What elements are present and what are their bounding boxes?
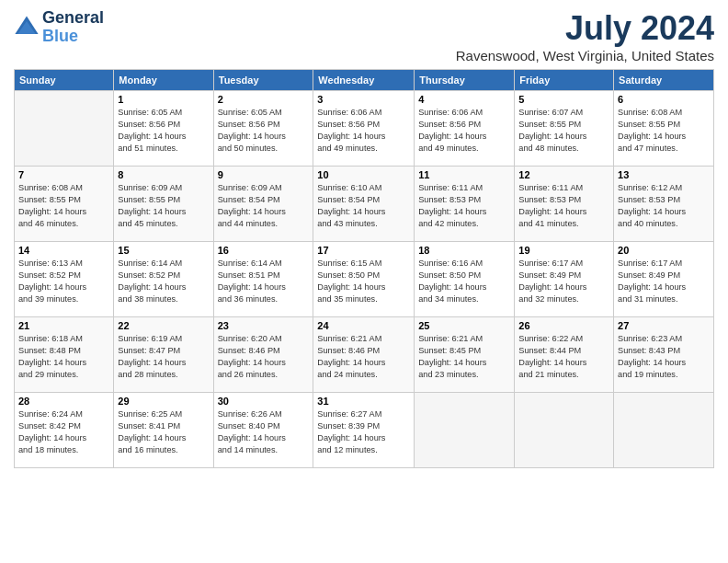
day-info: Sunrise: 6:11 AMSunset: 8:53 PMDaylight:…: [518, 182, 609, 230]
table-row: 10Sunrise: 6:10 AMSunset: 8:54 PMDayligh…: [313, 167, 415, 242]
table-row: 28Sunrise: 6:24 AMSunset: 8:42 PMDayligh…: [15, 393, 114, 468]
logo-line2: Blue: [42, 27, 78, 45]
day-info: Sunrise: 6:14 AMSunset: 8:52 PMDaylight:…: [118, 258, 209, 305]
day-info: Sunrise: 6:19 AMSunset: 8:47 PMDaylight:…: [118, 333, 209, 381]
day-info: Sunrise: 6:08 AMSunset: 8:55 PMDaylight:…: [18, 182, 109, 230]
day-info: Sunrise: 6:09 AMSunset: 8:55 PMDaylight:…: [118, 182, 209, 230]
table-row: 6Sunrise: 6:08 AMSunset: 8:55 PMDaylight…: [614, 91, 714, 167]
day-number: 7: [18, 169, 109, 180]
calendar-header-row: Sunday Monday Tuesday Wednesday Thursday…: [15, 70, 714, 91]
header: General Blue July 2024 Ravenswood, West …: [14, 9, 714, 63]
day-number: 8: [118, 169, 209, 180]
day-info: Sunrise: 6:13 AMSunset: 8:52 PMDaylight:…: [18, 258, 109, 305]
col-friday: Friday: [515, 70, 614, 91]
day-info: Sunrise: 6:11 AMSunset: 8:53 PMDaylight:…: [418, 182, 510, 230]
col-tuesday: Tuesday: [213, 70, 313, 91]
day-number: 21: [18, 320, 109, 331]
month-title: July 2024: [456, 9, 714, 48]
table-row: 5Sunrise: 6:07 AMSunset: 8:55 PMDaylight…: [515, 91, 614, 167]
day-info: Sunrise: 6:08 AMSunset: 8:55 PMDaylight:…: [618, 107, 710, 155]
day-info: Sunrise: 6:22 AMSunset: 8:44 PMDaylight:…: [518, 333, 609, 381]
table-row: 13Sunrise: 6:12 AMSunset: 8:53 PMDayligh…: [614, 167, 714, 242]
table-row: 11Sunrise: 6:11 AMSunset: 8:53 PMDayligh…: [415, 167, 515, 242]
table-row: 22Sunrise: 6:19 AMSunset: 8:47 PMDayligh…: [114, 317, 213, 393]
day-number: 25: [418, 320, 510, 331]
day-number: 11: [418, 169, 510, 180]
logo-line1: General: [42, 9, 104, 28]
table-row: 25Sunrise: 6:21 AMSunset: 8:45 PMDayligh…: [415, 317, 515, 393]
table-row: 14Sunrise: 6:13 AMSunset: 8:52 PMDayligh…: [15, 242, 114, 317]
table-row: 30Sunrise: 6:26 AMSunset: 8:40 PMDayligh…: [213, 393, 313, 468]
day-number: 15: [118, 245, 209, 256]
day-info: Sunrise: 6:15 AMSunset: 8:50 PMDaylight:…: [317, 258, 410, 305]
day-info: Sunrise: 6:21 AMSunset: 8:45 PMDaylight:…: [418, 333, 510, 381]
table-row: 8Sunrise: 6:09 AMSunset: 8:55 PMDaylight…: [114, 167, 213, 242]
table-row: 20Sunrise: 6:17 AMSunset: 8:49 PMDayligh…: [614, 242, 714, 317]
day-info: Sunrise: 6:14 AMSunset: 8:51 PMDaylight:…: [218, 258, 310, 305]
table-row: 2Sunrise: 6:05 AMSunset: 8:56 PMDaylight…: [213, 91, 313, 167]
table-row: 29Sunrise: 6:25 AMSunset: 8:41 PMDayligh…: [114, 393, 213, 468]
day-info: Sunrise: 6:23 AMSunset: 8:43 PMDaylight:…: [618, 333, 710, 381]
table-row: 7Sunrise: 6:08 AMSunset: 8:55 PMDaylight…: [15, 167, 114, 242]
day-info: Sunrise: 6:06 AMSunset: 8:56 PMDaylight:…: [317, 107, 410, 155]
calendar-week-row: 14Sunrise: 6:13 AMSunset: 8:52 PMDayligh…: [15, 242, 714, 317]
day-info: Sunrise: 6:17 AMSunset: 8:49 PMDaylight:…: [618, 258, 710, 305]
day-number: 6: [618, 94, 710, 105]
day-number: 12: [518, 169, 609, 180]
table-row: 24Sunrise: 6:21 AMSunset: 8:46 PMDayligh…: [313, 317, 415, 393]
table-row: 18Sunrise: 6:16 AMSunset: 8:50 PMDayligh…: [415, 242, 515, 317]
day-info: Sunrise: 6:12 AMSunset: 8:53 PMDaylight:…: [618, 182, 710, 230]
table-row: 16Sunrise: 6:14 AMSunset: 8:51 PMDayligh…: [213, 242, 313, 317]
day-number: 19: [518, 245, 609, 256]
table-row: 1Sunrise: 6:05 AMSunset: 8:56 PMDaylight…: [114, 91, 213, 167]
table-row: 23Sunrise: 6:20 AMSunset: 8:46 PMDayligh…: [213, 317, 313, 393]
table-row: [15, 91, 114, 167]
day-info: Sunrise: 6:05 AMSunset: 8:56 PMDaylight:…: [118, 107, 209, 155]
page-container: General Blue July 2024 Ravenswood, West …: [0, 0, 728, 473]
col-monday: Monday: [114, 70, 213, 91]
col-thursday: Thursday: [415, 70, 515, 91]
table-row: [614, 393, 714, 468]
day-number: 2: [218, 94, 310, 105]
day-number: 13: [618, 169, 710, 180]
day-info: Sunrise: 6:25 AMSunset: 8:41 PMDaylight:…: [118, 408, 209, 456]
table-row: 27Sunrise: 6:23 AMSunset: 8:43 PMDayligh…: [614, 317, 714, 393]
day-info: Sunrise: 6:05 AMSunset: 8:56 PMDaylight:…: [218, 107, 310, 155]
col-wednesday: Wednesday: [313, 70, 415, 91]
day-number: 24: [317, 320, 410, 331]
table-row: [515, 393, 614, 468]
day-info: Sunrise: 6:24 AMSunset: 8:42 PMDaylight:…: [18, 408, 109, 456]
calendar-week-row: 21Sunrise: 6:18 AMSunset: 8:48 PMDayligh…: [15, 317, 714, 393]
day-number: 26: [518, 320, 609, 331]
day-info: Sunrise: 6:20 AMSunset: 8:46 PMDaylight:…: [218, 333, 310, 381]
day-number: 27: [618, 320, 710, 331]
table-row: [415, 393, 515, 468]
table-row: 19Sunrise: 6:17 AMSunset: 8:49 PMDayligh…: [515, 242, 614, 317]
location-title: Ravenswood, West Virginia, United States: [456, 48, 714, 63]
day-number: 22: [118, 320, 209, 331]
day-number: 1: [118, 94, 209, 105]
table-row: 21Sunrise: 6:18 AMSunset: 8:48 PMDayligh…: [15, 317, 114, 393]
calendar-week-row: 28Sunrise: 6:24 AMSunset: 8:42 PMDayligh…: [15, 393, 714, 468]
table-row: 4Sunrise: 6:06 AMSunset: 8:56 PMDaylight…: [415, 91, 515, 167]
calendar-table: Sunday Monday Tuesday Wednesday Thursday…: [14, 69, 714, 468]
table-row: 17Sunrise: 6:15 AMSunset: 8:50 PMDayligh…: [313, 242, 415, 317]
table-row: 15Sunrise: 6:14 AMSunset: 8:52 PMDayligh…: [114, 242, 213, 317]
day-number: 5: [518, 94, 609, 105]
logo-icon: [14, 15, 40, 40]
logo-text: General Blue: [42, 9, 104, 46]
table-row: 31Sunrise: 6:27 AMSunset: 8:39 PMDayligh…: [313, 393, 415, 468]
day-info: Sunrise: 6:18 AMSunset: 8:48 PMDaylight:…: [18, 333, 109, 381]
day-info: Sunrise: 6:16 AMSunset: 8:50 PMDaylight:…: [418, 258, 510, 305]
day-info: Sunrise: 6:07 AMSunset: 8:55 PMDaylight:…: [518, 107, 609, 155]
day-number: 4: [418, 94, 510, 105]
day-info: Sunrise: 6:26 AMSunset: 8:40 PMDaylight:…: [218, 408, 310, 456]
day-number: 23: [218, 320, 310, 331]
table-row: 12Sunrise: 6:11 AMSunset: 8:53 PMDayligh…: [515, 167, 614, 242]
day-number: 30: [218, 396, 310, 407]
day-info: Sunrise: 6:06 AMSunset: 8:56 PMDaylight:…: [418, 107, 510, 155]
col-sunday: Sunday: [15, 70, 114, 91]
table-row: 9Sunrise: 6:09 AMSunset: 8:54 PMDaylight…: [213, 167, 313, 242]
day-info: Sunrise: 6:17 AMSunset: 8:49 PMDaylight:…: [518, 258, 609, 305]
col-saturday: Saturday: [614, 70, 714, 91]
